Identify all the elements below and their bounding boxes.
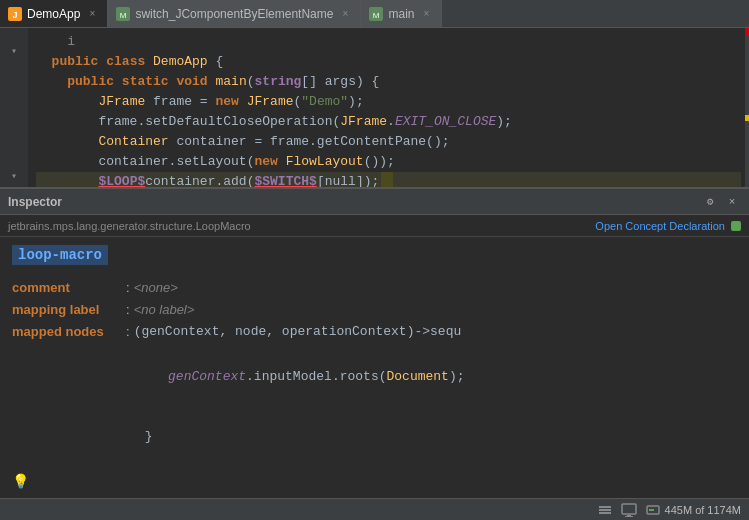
tab-close-main[interactable]: × xyxy=(419,7,433,21)
java-icon: J xyxy=(8,7,22,21)
concept-name-badge: loop-macro xyxy=(12,245,108,265)
inspector-info-bar: jetbrains.mps.lang.generator.structure.L… xyxy=(0,215,749,237)
tab-switch[interactable]: M switch_JComponentByElementName × xyxy=(108,0,361,27)
inspector-code-line: genContext.inputModel.roots(Document); xyxy=(12,347,737,407)
inspector-code-line: } xyxy=(12,407,737,467)
memory-text: 445M of 1174M xyxy=(665,504,741,516)
status-dot xyxy=(731,221,741,231)
inspector-title: Inspector xyxy=(8,195,62,209)
code-content[interactable]: i public class DemoApp { public static v… xyxy=(28,28,749,187)
prop-colon: : xyxy=(126,277,130,299)
concept-fqn: jetbrains.mps.lang.generator.structure.L… xyxy=(8,220,251,232)
code-line: JFrame frame = new JFrame("Demo"); xyxy=(36,92,741,112)
settings-tool-button[interactable]: ⚙ xyxy=(701,193,719,211)
tab-demoapp[interactable]: J DemoApp × xyxy=(0,0,108,27)
code-line: Container container = frame.getContentPa… xyxy=(36,132,741,152)
status-memory: 445M of 1174M xyxy=(645,502,741,518)
status-layers xyxy=(597,502,613,518)
prop-name-mapping-label: mapping label xyxy=(12,299,122,321)
svg-text:M: M xyxy=(373,11,380,20)
editor-gutter: ▾ ▾ xyxy=(0,28,28,187)
svg-rect-6 xyxy=(599,506,611,508)
lightbulb-area: 💡 xyxy=(12,473,737,490)
tab-main[interactable]: M main × xyxy=(361,0,442,27)
inspector-header: Inspector ⚙ × xyxy=(0,189,749,215)
inspector-code: genContext.inputModel.roots(Document); } xyxy=(12,347,737,467)
svg-text:J: J xyxy=(12,10,17,20)
svg-rect-11 xyxy=(625,516,633,517)
lightbulb-icon: 💡 xyxy=(12,474,29,490)
prop-name-mapped-nodes: mapped nodes xyxy=(12,321,122,343)
layers-icon xyxy=(597,502,613,518)
code-line: i xyxy=(36,32,741,52)
mps-icon-switch: M xyxy=(116,7,130,21)
svg-rect-13 xyxy=(649,509,654,511)
code-line-highlighted: $LOOP$container.add($SWITCH$[null]); xyxy=(36,172,741,187)
svg-text:M: M xyxy=(120,11,127,20)
prop-colon: : xyxy=(126,321,130,343)
svg-rect-7 xyxy=(599,509,611,511)
memory-icon xyxy=(645,502,661,518)
tab-close-demoapp[interactable]: × xyxy=(85,7,99,21)
code-line: public static void main(string[] args) { xyxy=(36,72,741,92)
open-concept-link[interactable]: Open Concept Declaration xyxy=(595,220,725,232)
fold-arrow-method[interactable]: ▾ xyxy=(11,167,17,187)
tab-label: main xyxy=(388,7,414,21)
inspector-tools: ⚙ × xyxy=(701,193,741,211)
code-line: public class DemoApp { xyxy=(36,52,741,72)
prop-value-mapping-label: <no label> xyxy=(134,299,195,321)
prop-colon: : xyxy=(126,299,130,321)
close-tool-button[interactable]: × xyxy=(723,193,741,211)
prop-value-mapped-nodes: (genContext, node, operationContext)->se… xyxy=(134,321,462,343)
code-line: frame.setDefaultCloseOperation(JFrame.EX… xyxy=(36,112,741,132)
svg-rect-8 xyxy=(599,512,611,514)
monitor-icon xyxy=(621,502,637,518)
property-row-mapped-nodes: mapped nodes : (genContext, node, operat… xyxy=(12,321,737,343)
tab-close-switch[interactable]: × xyxy=(338,7,352,21)
fold-arrow-class[interactable]: ▾ xyxy=(11,42,17,62)
inspector-content: loop-macro comment : <none> mapping labe… xyxy=(0,237,749,498)
tab-label: DemoApp xyxy=(27,7,80,21)
prop-value-comment: <none> xyxy=(134,277,178,299)
code-editor: ▾ ▾ i public class DemoApp { public stat… xyxy=(0,28,749,187)
inspector-panel: Inspector ⚙ × jetbrains.mps.lang.generat… xyxy=(0,187,749,498)
code-line: container.setLayout(new FlowLayout()); xyxy=(36,152,741,172)
property-row-mapping-label: mapping label : <no label> xyxy=(12,299,737,321)
mps-icon-main: M xyxy=(369,7,383,21)
property-row-comment: comment : <none> xyxy=(12,277,737,299)
tab-bar: J DemoApp × M switch_JComponentByElement… xyxy=(0,0,749,28)
status-bar: 445M of 1174M xyxy=(0,498,749,520)
tab-label: switch_JComponentByElementName xyxy=(135,7,333,21)
status-monitor xyxy=(621,502,637,518)
prop-name-comment: comment xyxy=(12,277,122,299)
svg-rect-9 xyxy=(622,504,636,514)
